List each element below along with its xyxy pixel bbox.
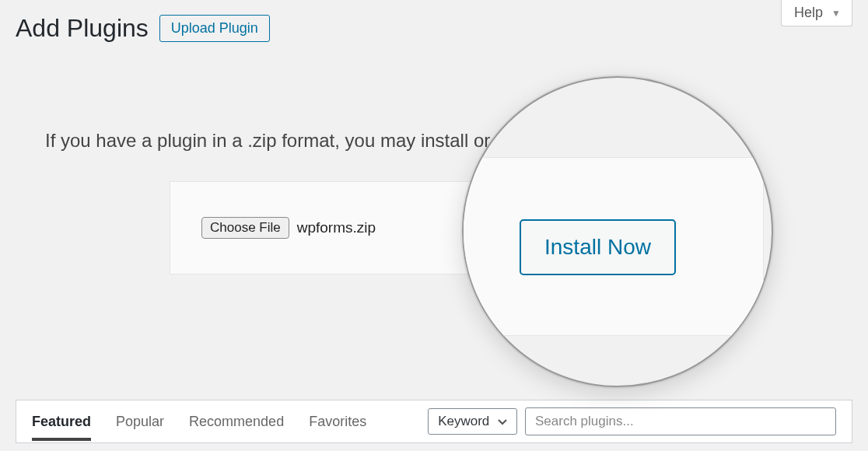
search-type-label: Keyword: [438, 414, 489, 428]
filter-tabs: Featured Popular Recommended Favorites: [32, 403, 366, 441]
upload-plugin-button[interactable]: Upload Plugin: [159, 15, 270, 42]
chevron-down-icon: ▼: [831, 8, 841, 19]
tab-popular[interactable]: Popular: [116, 403, 164, 441]
page-title: Add Plugins: [16, 14, 149, 43]
search-controls: Keyword: [428, 407, 836, 435]
tab-featured[interactable]: Featured: [32, 403, 91, 441]
chevron-down-icon: [498, 414, 507, 429]
search-type-select[interactable]: Keyword: [428, 408, 517, 435]
magnifier-content: Install Now: [464, 78, 772, 386]
tab-recommended[interactable]: Recommended: [189, 403, 284, 441]
magnifier-overlay: Install Now: [462, 76, 773, 387]
help-label: Help: [794, 5, 823, 20]
selected-filename: wpforms.zip: [297, 219, 376, 236]
page-header: Add Plugins Upload Plugin: [0, 0, 868, 43]
search-input[interactable]: [525, 407, 836, 435]
tab-favorites[interactable]: Favorites: [309, 403, 366, 441]
help-tab[interactable]: Help ▼: [781, 0, 852, 26]
filter-bar: Featured Popular Recommended Favorites K…: [16, 400, 852, 443]
install-now-button[interactable]: Install Now: [520, 219, 676, 275]
choose-file-button[interactable]: Choose File: [201, 217, 289, 239]
